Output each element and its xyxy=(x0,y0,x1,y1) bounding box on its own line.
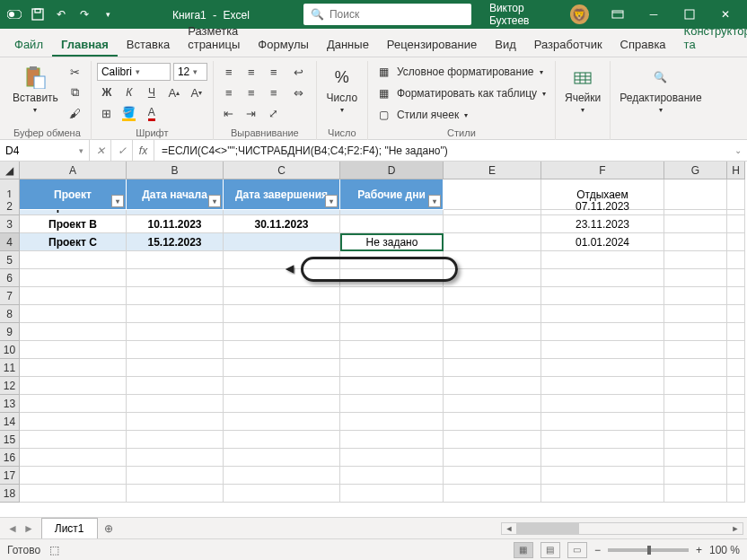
format-painter-icon[interactable]: 🖌 xyxy=(66,104,85,122)
zoom-in-icon[interactable]: + xyxy=(696,544,702,556)
tab-view[interactable]: Вид xyxy=(486,32,525,57)
minimize-icon[interactable]: ─ xyxy=(636,0,672,29)
cell[interactable] xyxy=(664,233,727,251)
italic-icon[interactable]: К xyxy=(119,83,139,101)
conditional-format-button[interactable]: ▦Условное форматирование▾ xyxy=(374,63,549,81)
bold-icon[interactable]: Ж xyxy=(97,83,117,101)
row-header[interactable]: 10 xyxy=(0,341,20,359)
table-header[interactable]: Проект▾ xyxy=(20,179,127,210)
filter-icon[interactable]: ▾ xyxy=(325,195,338,207)
col-header[interactable]: A xyxy=(20,162,127,179)
col-header[interactable]: F xyxy=(541,162,664,179)
font-color-icon[interactable]: A xyxy=(142,104,162,122)
add-sheet-icon[interactable]: ⊕ xyxy=(98,522,119,535)
cell[interactable] xyxy=(224,233,340,251)
cell[interactable]: 15.12.2023 xyxy=(127,233,224,251)
row-header[interactable]: 17 xyxy=(0,467,20,485)
enter-icon[interactable]: ✓ xyxy=(111,140,133,162)
cell[interactable] xyxy=(664,215,727,233)
cells-button[interactable]: Ячейки▾ xyxy=(561,63,604,116)
h-scrollbar[interactable]: ◄► xyxy=(501,522,743,535)
format-as-table-button[interactable]: ▦Форматировать как таблицу▾ xyxy=(374,84,549,102)
font-grow-icon[interactable]: A▴ xyxy=(164,83,184,101)
fill-color-icon[interactable]: 🪣 xyxy=(119,104,139,122)
redo-icon[interactable]: ↷ xyxy=(74,4,95,25)
search-box[interactable]: 🔍 xyxy=(303,4,471,25)
cell[interactable]: Проект С xyxy=(20,233,127,251)
cell[interactable] xyxy=(727,197,745,215)
cell[interactable] xyxy=(444,197,541,215)
qat-dropdown-icon[interactable]: ▾ xyxy=(97,4,119,25)
active-cell[interactable]: Не задано xyxy=(340,233,444,251)
cell[interactable] xyxy=(727,233,745,251)
row-header[interactable]: 14 xyxy=(0,413,20,431)
table-header[interactable]: Дата завершения▾ xyxy=(224,179,340,210)
sheet-prev-icon[interactable]: ◄ xyxy=(7,522,18,535)
row-header[interactable]: 18 xyxy=(0,485,20,503)
font-name-combo[interactable]: Calibri▾ xyxy=(97,63,171,81)
col-header[interactable]: C xyxy=(224,162,340,179)
copy-icon[interactable]: ⧉ xyxy=(66,83,85,101)
tab-developer[interactable]: Разработчик xyxy=(525,32,611,57)
col-header[interactable]: G xyxy=(664,162,727,179)
align-top-icon[interactable]: ≡ xyxy=(219,63,239,81)
formula-input[interactable]: =ЕСЛИ(C4<>"";ЧИСТРАБДНИ(B4;C4;F2:F4); "Н… xyxy=(154,144,729,157)
view-normal-icon[interactable]: ▦ xyxy=(514,542,533,558)
font-shrink-icon[interactable]: A▾ xyxy=(187,83,207,101)
cell[interactable]: 30.11.2023 xyxy=(224,215,340,233)
align-bottom-icon[interactable]: ≡ xyxy=(264,63,284,81)
cell[interactable]: 10.11.2023 xyxy=(127,215,224,233)
fx-icon[interactable]: fx xyxy=(133,140,154,162)
wrap-text-icon[interactable]: ↩ xyxy=(287,63,311,81)
editing-button[interactable]: 🔍 Редактирование▾ xyxy=(616,63,705,116)
view-break-icon[interactable]: ▭ xyxy=(567,542,587,558)
filter-icon[interactable]: ▾ xyxy=(111,195,124,207)
row-header[interactable]: 8 xyxy=(0,305,20,323)
row-header[interactable]: 7 xyxy=(0,287,20,305)
row-header[interactable]: 4 xyxy=(0,233,20,251)
cell[interactable] xyxy=(444,233,541,251)
filter-icon[interactable]: ▾ xyxy=(428,195,441,207)
cell-styles-button[interactable]: ▢Стили ячеек▾ xyxy=(374,106,549,124)
ribbon-options-icon[interactable] xyxy=(600,0,636,29)
row-header[interactable]: 3 xyxy=(0,215,20,233)
cell[interactable]: 23.11.2023 xyxy=(541,215,664,233)
align-left-icon[interactable]: ≡ xyxy=(219,83,239,101)
col-header[interactable]: H xyxy=(727,162,745,179)
paste-button[interactable]: Вставить ▾ xyxy=(9,63,62,116)
cell[interactable]: Проект B xyxy=(20,215,127,233)
autosave-toggle[interactable] xyxy=(4,4,25,25)
row-header[interactable]: 5 xyxy=(0,251,20,269)
row-header[interactable]: 2 xyxy=(0,197,20,215)
font-size-combo[interactable]: 12▾ xyxy=(173,63,207,81)
tab-help[interactable]: Справка xyxy=(611,32,675,57)
number-format-button[interactable]: % Число ▾ xyxy=(322,63,362,116)
row-header[interactable]: 12 xyxy=(0,377,20,395)
name-box[interactable]: D4▾ xyxy=(0,140,90,161)
filter-icon[interactable]: ▾ xyxy=(208,195,221,207)
zoom-out-icon[interactable]: − xyxy=(594,544,601,556)
row-header[interactable]: 9 xyxy=(0,323,20,341)
tab-insert[interactable]: Вставка xyxy=(118,32,179,57)
cancel-icon[interactable]: ✕ xyxy=(90,140,111,162)
indent-decrease-icon[interactable]: ⇤ xyxy=(219,104,239,122)
cell[interactable] xyxy=(340,215,444,233)
table-header[interactable]: Дата начала▾ xyxy=(127,179,224,210)
table-header[interactable]: Рабочие дни▾ xyxy=(340,179,444,210)
cell[interactable] xyxy=(664,197,727,215)
col-header[interactable]: B xyxy=(127,162,224,179)
col-header[interactable]: E xyxy=(444,162,541,179)
view-layout-icon[interactable]: ▤ xyxy=(540,542,560,558)
search-input[interactable] xyxy=(330,8,464,21)
cut-icon[interactable]: ✂ xyxy=(66,63,85,81)
sheet-tab[interactable]: Лист1 xyxy=(41,518,98,539)
user-account[interactable]: Виктор Бухтеев 🦁 xyxy=(489,2,589,27)
select-all[interactable]: ◢ xyxy=(0,162,20,179)
cell[interactable]: 07.11.2023 xyxy=(541,197,664,215)
accessibility-icon[interactable]: ⬚ xyxy=(49,544,59,556)
underline-icon[interactable]: Ч xyxy=(142,83,162,101)
tab-layout[interactable]: Разметка страницы xyxy=(179,19,249,57)
tab-data[interactable]: Данные xyxy=(318,32,378,57)
row-header[interactable]: 11 xyxy=(0,359,20,377)
tab-review[interactable]: Рецензирование xyxy=(378,32,486,57)
